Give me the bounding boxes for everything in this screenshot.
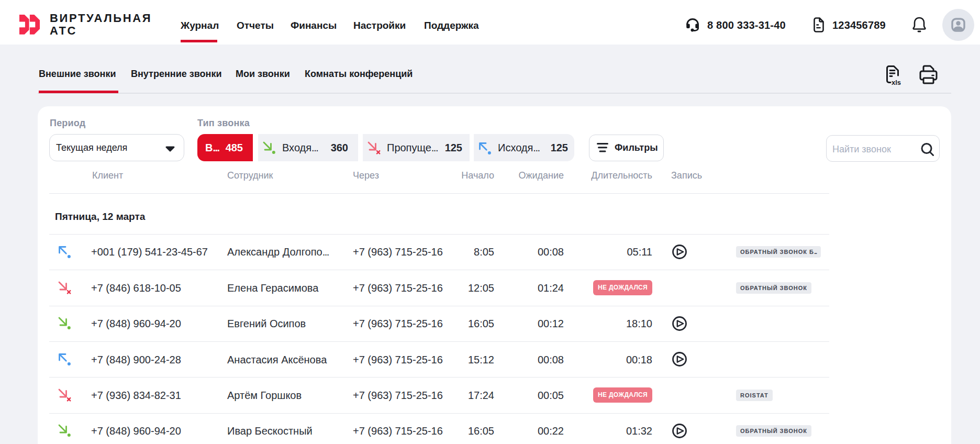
svg-text:xls: xls (892, 79, 901, 86)
